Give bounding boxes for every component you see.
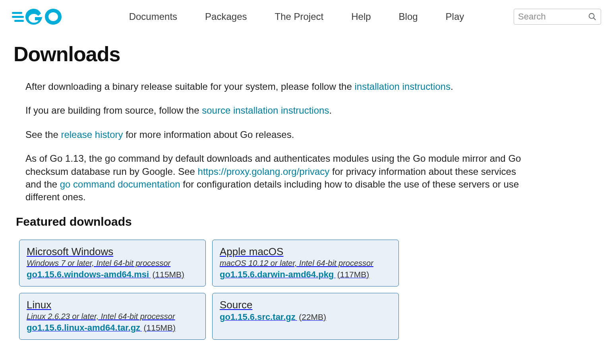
svg-point-3: [589, 14, 594, 19]
link-source-installation-instructions[interactable]: source installation instructions: [202, 105, 329, 116]
download-card-linux[interactable]: Linux Linux 2.6.23 or later, Intel 64-bi…: [19, 293, 206, 340]
nav-packages[interactable]: Packages: [205, 11, 247, 22]
intro-p2b: .: [329, 105, 332, 116]
card-file: go1.15.6.windows-amd64.msi: [27, 269, 149, 279]
intro-text: After downloading a binary release suita…: [14, 80, 522, 204]
card-file: go1.15.6.linux-amd64.tar.gz: [27, 323, 140, 333]
nav-documents[interactable]: Documents: [129, 11, 177, 22]
featured-downloads-heading: Featured downloads: [16, 215, 582, 228]
card-requirements: Linux 2.6.23 or later, Intel 64-bit proc…: [27, 312, 198, 321]
card-requirements: Windows 7 or later, Intel 64-bit process…: [27, 259, 198, 268]
search-input[interactable]: [518, 12, 582, 22]
card-title: Microsoft Windows: [27, 246, 198, 258]
card-size: (117MB): [337, 270, 369, 279]
link-release-history[interactable]: release history: [61, 129, 123, 140]
nav-the-project[interactable]: The Project: [275, 11, 323, 22]
card-title: Linux: [27, 299, 198, 311]
intro-p1a: After downloading a binary release suita…: [25, 81, 354, 92]
search-box[interactable]: [514, 9, 601, 25]
download-cards: Microsoft Windows Windows 7 or later, In…: [14, 240, 582, 340]
card-title: Apple macOS: [220, 246, 391, 258]
svg-rect-0: [12, 12, 22, 14]
svg-rect-1: [12, 16, 24, 18]
nav-help[interactable]: Help: [351, 11, 371, 22]
page-title: Downloads: [14, 42, 582, 66]
intro-p2a: If you are building from source, follow …: [25, 105, 202, 116]
card-file: go1.15.6.darwin-amd64.pkg: [220, 269, 334, 279]
nav-play[interactable]: Play: [446, 11, 464, 22]
link-installation-instructions[interactable]: installation instructions: [354, 81, 450, 92]
link-proxy-privacy[interactable]: https://proxy.golang.org/privacy: [198, 166, 330, 177]
download-card-source[interactable]: Source go1.15.6.src.tar.gz (22MB): [212, 293, 399, 340]
card-size: (22MB): [299, 312, 326, 321]
site-header: Documents Packages The Project Help Blog…: [0, 0, 613, 26]
primary-nav: Documents Packages The Project Help Blog…: [95, 11, 498, 22]
download-card-windows[interactable]: Microsoft Windows Windows 7 or later, In…: [19, 240, 206, 287]
go-logo[interactable]: [12, 7, 64, 26]
intro-p3a: See the: [25, 129, 61, 140]
card-size: (115MB): [144, 323, 176, 332]
card-title: Source: [220, 299, 391, 311]
download-card-macos[interactable]: Apple macOS macOS 10.12 or later, Intel …: [212, 240, 399, 287]
card-size: (115MB): [153, 270, 185, 279]
card-file: go1.15.6.src.tar.gz: [220, 312, 296, 322]
nav-blog[interactable]: Blog: [399, 11, 418, 22]
intro-p1b: .: [451, 81, 453, 92]
link-go-command-documentation[interactable]: go command documentation: [60, 179, 180, 190]
intro-p3b: for more information about Go releases.: [123, 129, 294, 140]
svg-line-4: [594, 18, 596, 20]
card-requirements: macOS 10.12 or later, Intel 64-bit proce…: [220, 259, 391, 268]
search-icon: [588, 12, 597, 21]
svg-rect-2: [14, 20, 24, 22]
